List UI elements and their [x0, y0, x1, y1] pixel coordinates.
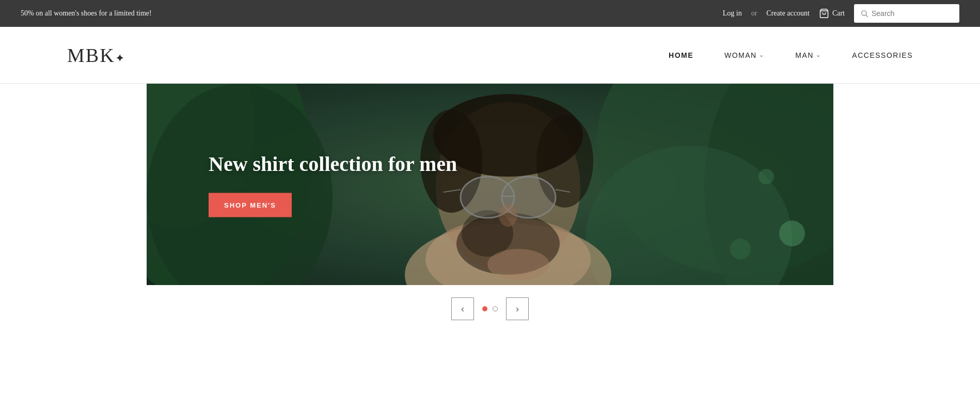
main-header: MBK✦ HOME WOMAN ⌄ MAN ⌄ ACCESSORIES — [0, 27, 980, 84]
slider-dot-1[interactable] — [482, 306, 487, 311]
cart-label: Cart — [832, 9, 845, 18]
nav-accessories[interactable]: ACCESSORIES — [852, 51, 913, 59]
next-arrow-icon: › — [516, 304, 519, 314]
announcement-bar: 50% on all women's shoes for a limited t… — [0, 0, 980, 27]
main-nav: HOME WOMAN ⌄ MAN ⌄ ACCESSORIES — [669, 51, 913, 59]
hero-headline: New shirt collection for men — [209, 152, 457, 177]
slider-prev-button[interactable]: ‹ — [451, 297, 474, 320]
slider-controls: ‹ › — [147, 285, 833, 333]
logo-text: MBK — [67, 44, 115, 66]
slider-dots — [482, 306, 498, 311]
woman-chevron-icon: ⌄ — [759, 52, 765, 58]
header-actions: Log in or Create account Cart — [723, 4, 959, 23]
cart-button[interactable]: Cart — [819, 8, 845, 19]
svg-line-2 — [866, 15, 868, 17]
shop-mens-button[interactable]: SHOP MEN'S — [209, 193, 292, 217]
nav-man[interactable]: MAN ⌄ — [795, 51, 821, 59]
promo-text: 50% on all women's shoes for a limited t… — [21, 9, 152, 18]
nav-woman[interactable]: WOMAN ⌄ — [724, 51, 764, 59]
nav-home[interactable]: HOME — [669, 51, 693, 59]
logo[interactable]: MBK✦ — [67, 44, 125, 67]
search-input[interactable] — [872, 9, 953, 18]
create-account-link[interactable]: Create account — [766, 9, 810, 18]
logo-dot: ✦ — [115, 52, 125, 65]
search-box[interactable] — [854, 4, 959, 23]
or-separator: or — [751, 9, 757, 18]
hero-image: New shirt collection for men SHOP MEN'S — [147, 84, 833, 285]
svg-point-1 — [862, 11, 866, 15]
prev-arrow-icon: ‹ — [461, 304, 464, 314]
search-icon — [860, 9, 868, 18]
login-link[interactable]: Log in — [723, 9, 742, 18]
slider-next-button[interactable]: › — [506, 297, 529, 320]
cart-icon — [819, 8, 829, 19]
hero-content: New shirt collection for men SHOP MEN'S — [209, 152, 457, 217]
hero-section: New shirt collection for men SHOP MEN'S … — [147, 84, 833, 333]
slider-dot-2[interactable] — [493, 306, 498, 311]
man-chevron-icon: ⌄ — [816, 52, 821, 58]
